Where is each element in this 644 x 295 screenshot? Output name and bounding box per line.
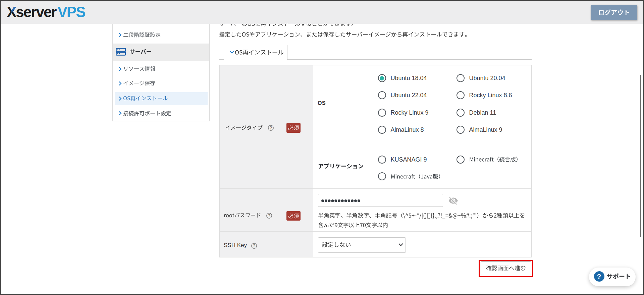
svg-text:?: ? bbox=[268, 214, 270, 218]
svg-text:?: ? bbox=[253, 244, 255, 248]
svg-text:?: ? bbox=[270, 126, 272, 130]
